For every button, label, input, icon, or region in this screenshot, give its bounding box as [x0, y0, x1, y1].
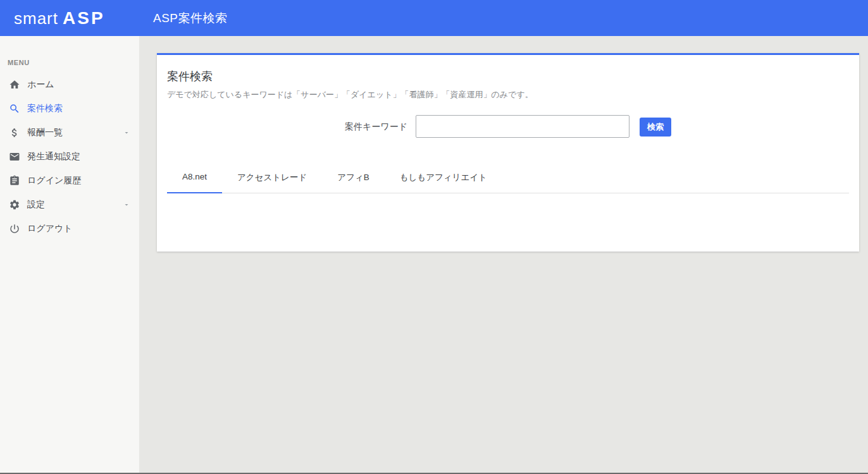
search-button[interactable]: 検索 — [640, 118, 671, 137]
top-header-bar: smart ASP ASP案件検索 — [0, 0, 868, 36]
tab-accesstrade[interactable]: アクセストレード — [222, 164, 322, 193]
sidebar-item-label: 案件検索 — [27, 103, 63, 114]
chevron-down-icon — [123, 129, 130, 137]
sidebar-item-case-search[interactable]: 案件検索 — [0, 97, 139, 121]
sidebar-item-label: ログアウト — [27, 223, 73, 234]
dollar-icon — [8, 126, 21, 139]
sidebar-item-label: ホーム — [27, 79, 54, 90]
logo-text-asp: ASP — [63, 8, 105, 28]
sidebar-item-notification-settings[interactable]: 発生通知設定 — [0, 145, 139, 169]
card-subtitle: デモで対応しているキーワードは「サーバー」「ダイエット」「看護師」「資産運用」の… — [167, 89, 849, 100]
logo-text-smart: smart — [14, 9, 58, 28]
keyword-input[interactable] — [416, 115, 629, 138]
sidebar-item-reward-list[interactable]: 報酬一覧 — [0, 121, 139, 145]
sidebar-item-settings[interactable]: 設定 — [0, 193, 139, 217]
sidebar-item-label: 発生通知設定 — [27, 151, 80, 162]
menu-section-label: MENU — [0, 59, 139, 66]
clipboard-icon — [8, 174, 21, 187]
sidebar-item-label: ログイン履歴 — [27, 175, 81, 186]
asp-tabs: A8.net アクセストレード アフィB もしもアフィリエイト — [167, 164, 849, 193]
chevron-down-icon — [123, 201, 130, 209]
search-icon — [8, 102, 21, 115]
page-title: ASP案件検索 — [153, 10, 228, 27]
card-title: 案件検索 — [167, 55, 849, 84]
power-icon — [8, 222, 21, 235]
main-content: 案件検索 デモで対応しているキーワードは「サーバー」「ダイエット」「看護師」「資… — [139, 36, 868, 473]
tab-moshimo-affiliate[interactable]: もしもアフィリエイト — [385, 164, 502, 193]
tab-a8net[interactable]: A8.net — [167, 164, 222, 193]
sidebar-item-login-history[interactable]: ログイン履歴 — [0, 169, 139, 193]
app-logo[interactable]: smart ASP — [0, 8, 139, 28]
case-search-card: 案件検索 デモで対応しているキーワードは「サーバー」「ダイエット」「看護師」「資… — [157, 53, 859, 252]
sidebar-item-home[interactable]: ホーム — [0, 73, 139, 97]
sidebar: MENU ホーム 案件検索 報酬一覧 — [0, 36, 139, 473]
home-icon — [8, 78, 21, 91]
app-window: smart ASP ASP案件検索 MENU ホーム 案件検索 — [0, 0, 868, 474]
keyword-search-form: 案件キーワード 検索 — [167, 115, 849, 138]
sidebar-item-logout[interactable]: ログアウト — [0, 217, 139, 241]
keyword-input-label: 案件キーワード — [345, 115, 407, 133]
gear-icon — [8, 198, 21, 211]
sidebar-item-label: 報酬一覧 — [27, 127, 63, 138]
sidebar-item-label: 設定 — [27, 199, 45, 210]
mail-icon — [8, 150, 21, 163]
tab-afib[interactable]: アフィB — [322, 164, 384, 193]
